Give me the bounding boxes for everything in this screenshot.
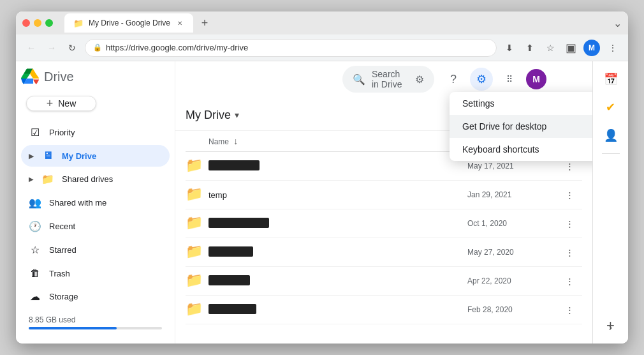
table-row[interactable]: 📁 Oct 1, 2020 ⋮ [186, 209, 582, 238]
maximize-button[interactable] [45, 19, 53, 27]
drive-logo-svg [21, 68, 39, 86]
redacted-name [209, 304, 256, 314]
file-name [209, 275, 467, 287]
redacted-name [209, 275, 250, 285]
storage-bar [29, 327, 162, 329]
file-more-button[interactable]: ⋮ [557, 274, 582, 289]
sort-arrow-icon: ↓ [233, 136, 238, 146]
lock-icon: 🔒 [93, 43, 102, 52]
sidebar-nav: ☑ Priority ▶ 🖥 My Drive ▶ 📁 Shared drive… [16, 121, 175, 308]
dropdown-item-settings-label: Settings [462, 98, 495, 109]
close-button[interactable] [22, 19, 30, 27]
folder-icon: 📁 [186, 243, 203, 261]
sidebar-item-trash[interactable]: 🗑 Trash [21, 262, 170, 284]
sidebar-item-label-recent: Recent [49, 222, 75, 231]
people-icon: 👤 [604, 128, 618, 142]
expand-arrow: ▶ [29, 153, 34, 160]
plus-icon: + [47, 97, 54, 110]
search-icon: 🔍 [353, 73, 365, 86]
new-button[interactable]: + New [26, 96, 96, 111]
address-bar-actions: ⬇ ⬆ ☆ ▣ M ⋮ [502, 40, 620, 56]
file-more-button[interactable]: ⋮ [557, 216, 582, 231]
sidebar-item-label-trash: Trash [49, 269, 70, 278]
right-sidebar-collapse[interactable]: › [609, 322, 612, 333]
back-button[interactable]: ← [24, 40, 39, 56]
profile-avatar[interactable]: M [526, 69, 546, 89]
table-row[interactable]: 📁 Feb 28, 2020 ⋮ [186, 296, 582, 324]
profile-avatar-addr[interactable]: M [583, 40, 600, 56]
storage-bar-fill [29, 327, 117, 329]
sidebar-item-shared-drives[interactable]: ▶ 📁 Shared drives [21, 168, 170, 190]
drive-title: My Drive ▾ [186, 109, 239, 122]
right-sidebar-calendar[interactable]: 📅 [598, 66, 624, 92]
title-bar: 📁 My Drive - Google Drive ✕ + ⌄ [16, 11, 628, 34]
browser-window: 📁 My Drive - Google Drive ✕ + ⌄ ← → ↻ 🔒 … [16, 11, 628, 344]
download-icon[interactable]: ⬇ [502, 40, 517, 56]
url-text: https://drive.google.com/drive/my-drive [106, 43, 248, 52]
app-body: Drive + New ☑ Priority ▶ 🖥 My Drive ▶ [16, 61, 628, 344]
search-placeholder: Search in Drive [372, 69, 409, 89]
refresh-button[interactable]: ↻ [64, 40, 80, 56]
file-name [209, 218, 467, 230]
file-more-button[interactable]: ⋮ [557, 245, 582, 260]
table-row[interactable]: 📁 May 27, 2020 ⋮ [186, 238, 582, 267]
folder-icon: 📁 [186, 301, 203, 319]
search-bar[interactable]: 🔍 Search in Drive ⚙ [342, 66, 434, 93]
table-row[interactable]: 📁 temp Jan 29, 2021 ⋮ [186, 181, 582, 209]
help-button[interactable]: ? [442, 68, 465, 91]
sidebar-item-label-starred: Starred [49, 245, 77, 255]
shared-drives-icon: 📁 [41, 173, 54, 185]
redacted-name [209, 246, 253, 257]
address-bar: ← → ↻ 🔒 https://drive.google.com/drive/m… [16, 34, 628, 61]
dropdown-item-get-drive-label: Get Drive for desktop [462, 121, 546, 132]
forward-button[interactable]: → [44, 40, 59, 56]
folder-icon: 📁 [186, 272, 203, 290]
dropdown-item-keyboard[interactable]: Keyboard shortcuts [450, 138, 592, 161]
right-sidebar-tasks[interactable]: ✔ [598, 94, 624, 120]
profile-toggle[interactable]: ▣ [563, 40, 578, 56]
active-tab[interactable]: 📁 My Drive - Google Drive ✕ [64, 13, 193, 33]
new-button-label: New [58, 98, 76, 109]
tasks-icon: ✔ [606, 100, 615, 114]
settings-gear-icon: ⚙ [476, 72, 487, 86]
more-menu-icon[interactable]: ⋮ [605, 40, 620, 56]
sidebar-item-starred[interactable]: ☆ Starred [21, 239, 170, 261]
my-drive-icon: 🖥 [41, 150, 54, 162]
sidebar-item-storage[interactable]: ☁ Storage [21, 285, 170, 308]
calendar-icon: 📅 [604, 72, 618, 86]
sidebar-item-recent[interactable]: 🕐 Recent [21, 215, 170, 238]
right-sidebar-people[interactable]: 👤 [598, 123, 624, 148]
tune-icon[interactable]: ⚙ [415, 73, 424, 86]
file-more-button[interactable]: ⋮ [557, 303, 582, 317]
share-icon[interactable]: ⬆ [522, 40, 538, 56]
sidebar: Drive + New ☑ Priority ▶ 🖥 My Drive ▶ [16, 61, 175, 344]
file-table: Name ↓ 📁 May 17, 2021 ⋮ [175, 131, 592, 344]
url-bar[interactable]: 🔒 https://drive.google.com/drive/my-driv… [85, 39, 497, 57]
table-row[interactable]: 📁 Apr 22, 2020 ⋮ [186, 267, 582, 296]
apps-button[interactable]: ⠿ [498, 68, 521, 91]
drive-title-dropdown-arrow[interactable]: ▾ [235, 110, 239, 120]
settings-button[interactable]: ⚙ [470, 68, 493, 91]
sidebar-item-label-shared-drives: Shared drives [62, 174, 113, 184]
sidebar-item-priority[interactable]: ☑ Priority [21, 121, 170, 144]
sidebar-item-my-drive[interactable]: ▶ 🖥 My Drive [21, 145, 170, 167]
tab-title: My Drive - Google Drive [89, 19, 170, 27]
trash-icon: 🗑 [29, 268, 41, 279]
storage-section: 8.85 GB used [16, 308, 175, 337]
sidebar-item-shared-with-me[interactable]: 👥 Shared with me [21, 192, 170, 214]
dropdown-item-get-drive[interactable]: Get Drive for desktop [450, 115, 592, 138]
minimize-button[interactable] [34, 19, 41, 27]
dropdown-item-settings[interactable]: Settings [450, 92, 592, 115]
file-more-button[interactable]: ⋮ [557, 188, 582, 202]
file-name [209, 304, 467, 316]
file-date: May 17, 2021 [467, 162, 557, 170]
storage-icon: ☁ [29, 291, 41, 303]
tab-close-button[interactable]: ✕ [175, 19, 184, 27]
bookmark-icon[interactable]: ☆ [543, 40, 558, 56]
window-collapse[interactable]: ⌄ [613, 17, 622, 29]
dropdown-item-keyboard-label: Keyboard shortcuts [462, 144, 539, 155]
col-name-header[interactable]: Name ↓ [186, 136, 467, 146]
storage-label: 8.85 GB used [29, 315, 75, 324]
new-tab-button[interactable]: + [196, 14, 214, 32]
sidebar-item-label-priority: Priority [49, 128, 75, 137]
